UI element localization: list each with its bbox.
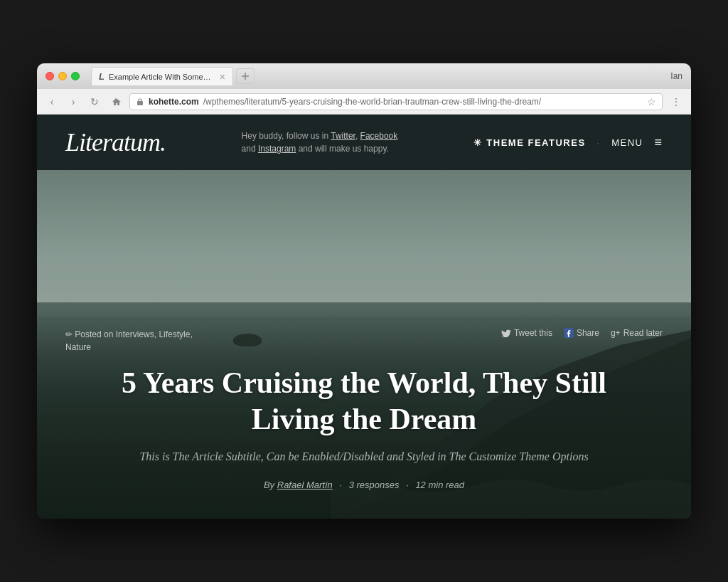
responses-count[interactable]: 3 responses: [349, 480, 400, 490]
tab-bar: L Example Article With Some Ac ×: [91, 67, 682, 85]
readlater-action[interactable]: g+ Read later: [611, 328, 663, 338]
article-byline: By Rafael Martín · 3 responses · 12 min …: [37, 480, 691, 490]
article-actions: Tweet this Share g+ Read later: [501, 328, 663, 338]
titlebar: L Example Article With Some Ac × Ian: [37, 63, 691, 89]
facebook-icon: [564, 328, 574, 338]
readlater-icon: g+: [611, 328, 621, 338]
menu-label[interactable]: MENU: [611, 137, 643, 148]
close-button[interactable]: [46, 72, 54, 80]
share-label: Share: [577, 328, 599, 338]
browser-menu-button[interactable]: ⋮: [668, 94, 684, 110]
forward-button[interactable]: ›: [65, 94, 81, 110]
home-button[interactable]: [108, 94, 124, 110]
hero-section: ✏ Posted on Interviews, Lifestyle,Nature…: [37, 170, 691, 519]
tab-close-button[interactable]: ×: [220, 71, 225, 83]
new-tab-button[interactable]: [236, 68, 255, 84]
article-meta-top: ✏ Posted on Interviews, Lifestyle,Nature…: [37, 328, 691, 354]
minimize-button[interactable]: [58, 72, 67, 80]
tab-title: Example Article With Some Ac: [109, 73, 213, 81]
back-button[interactable]: ‹: [44, 94, 60, 110]
browser-tab[interactable]: L Example Article With Some Ac ×: [91, 67, 233, 85]
nav-separator: ·: [597, 137, 601, 148]
article-subtitle: This is The Article Subtitle, Can be Ena…: [37, 448, 691, 465]
url-bar[interactable]: kohette.com /wpthemes/literatum/5-years-…: [129, 93, 663, 110]
hamburger-icon[interactable]: ≡: [654, 135, 663, 150]
share-action[interactable]: Share: [564, 328, 599, 338]
categories-text: Posted on Interviews, Lifestyle,Nature: [65, 329, 193, 352]
facebook-link[interactable]: Facebook: [360, 131, 398, 141]
article-categories: ✏ Posted on Interviews, Lifestyle,Nature: [65, 328, 193, 354]
author-link[interactable]: Rafael Martín: [277, 480, 333, 490]
url-domain: kohette.com: [149, 97, 199, 107]
tweet-label: Tweet this: [514, 328, 552, 338]
theme-features-link[interactable]: ✳ THEME FEATURES: [473, 137, 586, 148]
tweet-action[interactable]: Tweet this: [501, 328, 552, 338]
browser-window: L Example Article With Some Ac × Ian ‹ ›…: [37, 63, 691, 519]
article-title: 5 Years Cruising the World, They Still L…: [37, 365, 691, 437]
header-nav: ✳ THEME FEATURES · MENU ≡: [473, 135, 663, 150]
site-content: Literatum. Hey buddy, follow us in Twitt…: [37, 115, 691, 519]
site-header: Literatum. Hey buddy, follow us in Twitt…: [37, 115, 691, 170]
header-tagline: Hey buddy, follow us in Twitter, Faceboo…: [242, 129, 398, 155]
maximize-button[interactable]: [71, 72, 80, 80]
hero-content: ✏ Posted on Interviews, Lifestyle,Nature…: [37, 170, 691, 519]
site-logo[interactable]: Literatum.: [65, 127, 166, 157]
read-time: 12 min read: [415, 480, 464, 490]
tab-favicon: L: [99, 71, 105, 82]
user-badge: Ian: [670, 71, 682, 81]
asterisk-icon: ✳: [473, 137, 483, 148]
addressbar: ‹ › ↻ kohette.com /wpthemes/literatum/5-…: [37, 89, 691, 115]
traffic-lights: [46, 72, 80, 80]
categories-icon: ✏: [65, 329, 73, 339]
logo-section: Literatum.: [65, 127, 166, 157]
twitter-link[interactable]: Twitter: [331, 131, 355, 141]
readlater-label: Read later: [623, 328, 663, 338]
lock-icon: [136, 97, 144, 106]
refresh-button[interactable]: ↻: [87, 94, 102, 110]
bookmark-star[interactable]: ☆: [647, 96, 656, 107]
svg-rect-2: [137, 101, 143, 105]
theme-features-label: THEME FEATURES: [486, 137, 585, 148]
instagram-link[interactable]: Instagram: [258, 144, 296, 154]
twitter-icon: [501, 329, 511, 337]
url-path: /wpthemes/literatum/5-years-cruising-the…: [203, 97, 541, 107]
